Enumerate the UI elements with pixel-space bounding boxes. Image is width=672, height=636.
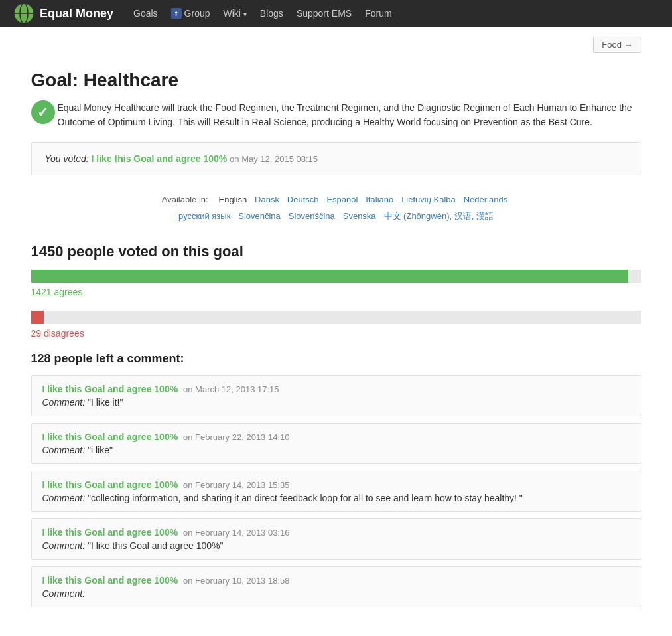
- facebook-icon: f: [171, 8, 182, 19]
- comment-4-agree: I like this Goal and agree 100%: [42, 527, 178, 538]
- nav-links: Goals f Group Wiki ▾ Blogs Support EMS F…: [133, 8, 392, 19]
- disagrees-bar-wrap: [31, 311, 641, 324]
- comment-item-5: I like this Goal and agree 100% on Febru…: [31, 566, 641, 607]
- comment-4-date: on February 14, 2013 03:16: [183, 528, 289, 538]
- nav-item-goals[interactable]: Goals: [133, 8, 158, 19]
- languages-label: Available in:: [162, 195, 208, 204]
- disagrees-bar: [31, 311, 44, 324]
- comment-5-text: Comment:: [42, 588, 630, 599]
- comment-3-date: on February 14, 2013 15:35: [183, 480, 289, 490]
- goal-description-block: Equal Money Healthcare will track the Fo…: [31, 100, 641, 130]
- goal-description-text: Equal Money Healthcare will track the Fo…: [58, 102, 632, 127]
- nav-link-group[interactable]: Group: [184, 8, 210, 19]
- nav-link-blogs[interactable]: Blogs: [260, 8, 283, 19]
- nav-link-goals[interactable]: Goals: [133, 8, 158, 19]
- comment-2-text: Comment: "i like": [42, 445, 630, 455]
- lang-espanol[interactable]: Español: [326, 195, 358, 204]
- food-button-wrap: Food →: [18, 27, 655, 56]
- lang-slovenscina[interactable]: Slovenščina: [289, 211, 335, 221]
- main-content: Goal: Healthcare Equal Money Healthcare …: [18, 56, 655, 627]
- comment-3-text: Comment: "collecting information, and sh…: [42, 493, 630, 503]
- lang-slovencina[interactable]: Slovenčina: [238, 211, 281, 221]
- comment-5-date: on February 10, 2013 18:58: [183, 576, 289, 586]
- lang-nederlands[interactable]: Nederlands: [464, 195, 508, 204]
- comment-item-3: I like this Goal and agree 100% on Febru…: [31, 471, 641, 512]
- lang-deutsch[interactable]: Deutsch: [287, 195, 319, 204]
- logo-icon: [13, 3, 34, 24]
- voted-label: You voted:: [45, 153, 89, 164]
- agrees-label: 1421 agrees: [31, 287, 641, 297]
- comment-1-agree: I like this Goal and agree 100%: [42, 384, 178, 394]
- voted-box: You voted: I like this Goal and agree 10…: [31, 142, 641, 175]
- navbar: Equal Money Goals f Group Wiki ▾ Blogs S…: [0, 0, 672, 27]
- languages-section: Available in: English Dansk Deutsch Espa…: [31, 191, 641, 224]
- voted-agree-text: I like this Goal and agree 100%: [92, 153, 228, 164]
- agrees-section: 1421 agrees: [31, 270, 641, 297]
- nav-link-support[interactable]: Support EMS: [297, 8, 352, 19]
- lang-italiano[interactable]: Italiano: [366, 195, 393, 204]
- lang-lietuviu[interactable]: Lietuvių Kalba: [401, 195, 456, 204]
- lang-russian[interactable]: русский язык: [178, 211, 230, 221]
- comment-item-4: I like this Goal and agree 100% on Febru…: [31, 518, 641, 560]
- agrees-bar: [31, 270, 629, 283]
- comment-1-text: Comment: "I like it!": [42, 397, 630, 408]
- comment-item-1: I like this Goal and agree 100% on March…: [31, 375, 641, 416]
- comment-4-text: Comment: "I like this Goal and agree 100…: [42, 540, 630, 551]
- disagrees-section: 29 disagrees: [31, 311, 641, 339]
- goal-title: Goal: Healthcare: [31, 70, 641, 91]
- wiki-dropdown-arrow: ▾: [243, 11, 247, 18]
- logo[interactable]: Equal Money: [13, 3, 113, 24]
- nav-item-group[interactable]: f Group: [171, 8, 210, 19]
- comments-list: I like this Goal and agree 100% on March…: [31, 375, 641, 607]
- comment-item-2: I like this Goal and agree 100% on Febru…: [31, 423, 641, 464]
- agrees-bar-wrap: [31, 270, 641, 283]
- nav-item-wiki[interactable]: Wiki ▾: [224, 8, 247, 19]
- check-icon-wrap: [31, 100, 55, 124]
- comment-5-agree: I like this Goal and agree 100%: [42, 575, 178, 586]
- comment-2-date: on February 22, 2013 14:10: [183, 432, 289, 442]
- comment-3-agree: I like this Goal and agree 100%: [42, 479, 178, 490]
- comment-2-agree: I like this Goal and agree 100%: [42, 432, 178, 442]
- lang-chinese[interactable]: 中文 (Zhōngwén), 汉语, 漢語: [384, 211, 494, 221]
- votes-heading: 1450 people voted on this goal: [31, 243, 641, 260]
- nav-item-support[interactable]: Support EMS: [297, 8, 352, 19]
- disagrees-label: 29 disagrees: [31, 328, 641, 339]
- lang-english: English: [219, 195, 247, 204]
- food-button[interactable]: Food →: [593, 37, 641, 53]
- logo-text: Equal Money: [40, 7, 113, 21]
- voted-date: on May 12, 2015 08:15: [230, 154, 318, 164]
- nav-link-forum[interactable]: Forum: [365, 8, 391, 19]
- lang-dansk[interactable]: Dansk: [255, 195, 279, 204]
- check-icon: [31, 100, 55, 124]
- lang-svenska[interactable]: Svenska: [343, 211, 376, 221]
- comments-heading: 128 people left a comment:: [31, 352, 641, 366]
- nav-item-blogs[interactable]: Blogs: [260, 8, 283, 19]
- comment-1-date: on March 12, 2013 17:15: [183, 384, 279, 394]
- nav-link-wiki[interactable]: Wiki: [224, 8, 241, 19]
- nav-item-forum[interactable]: Forum: [365, 8, 391, 19]
